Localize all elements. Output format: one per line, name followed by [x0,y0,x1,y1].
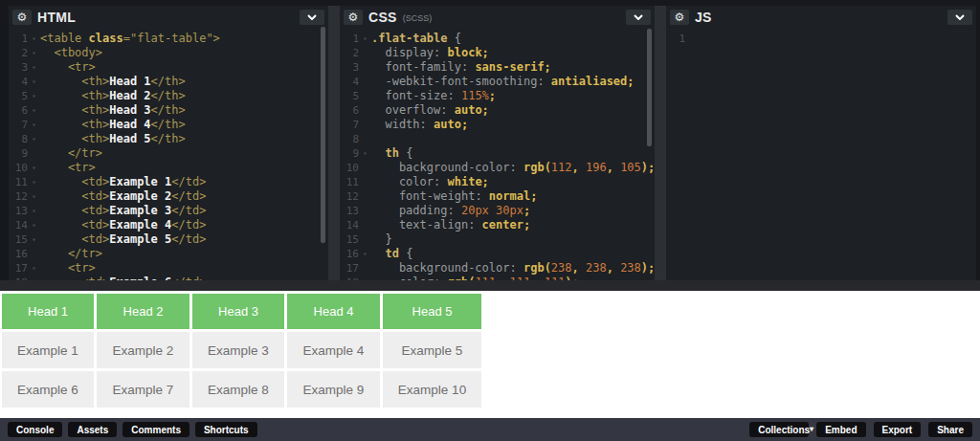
table-cell: Example 1 [2,332,94,368]
html-editor-scrollbar[interactable] [321,27,325,243]
code-text: <th>Head 2</th> [40,89,328,103]
css-panel-settings-button[interactable]: ⚙ [344,10,363,25]
code-fold-icon[interactable] [359,89,371,103]
code-text [698,32,976,46]
code-text: <th>Head 5</th> [40,132,328,146]
line-number: 5 [9,89,28,103]
code-text: <td>Example 3</td> [40,204,328,218]
line-number: 13 [340,204,359,218]
code-fold-icon[interactable] [359,261,371,276]
code-fold-icon[interactable] [359,132,371,146]
code-fold-icon[interactable] [359,103,371,118]
line-number: 1 [340,32,359,46]
code-text: <th>Head 4</th> [40,118,328,132]
panel-resize-gutter[interactable] [655,6,666,280]
code-text: display: block; [371,46,655,60]
code-fold-icon[interactable]: ▾ [28,60,40,75]
code-text: font-family: sans-serif; [371,60,655,75]
line-number: 6 [340,103,359,118]
code-fold-icon[interactable]: ▾ [28,118,40,132]
js-panel-collapse-button[interactable] [947,10,972,25]
line-number: 16 [9,247,28,261]
code-line: 12 font-weight: normal; [340,189,655,204]
html-panel-collapse-button[interactable] [300,10,324,25]
code-line: 4▾ <th>Head 1</th> [9,75,328,89]
line-number: 7 [9,118,28,132]
code-line: 5 font-size: 115%; [340,89,655,103]
code-fold-icon[interactable] [685,32,698,46]
code-line: 14 text-align: center; [340,218,655,232]
code-fold-icon[interactable] [359,118,371,132]
code-fold-icon[interactable] [359,161,371,175]
line-number: 12 [340,189,359,204]
code-line: 8 [340,132,655,146]
code-fold-icon[interactable] [359,218,371,232]
code-fold-icon[interactable]: ▾ [28,32,40,46]
code-fold-icon[interactable]: ▾ [28,132,40,146]
code-fold-icon[interactable]: ▾ [28,46,40,60]
code-fold-icon[interactable] [359,60,371,75]
code-fold-icon[interactable]: ▾ [359,247,371,261]
assets-button[interactable]: Assets [68,422,117,437]
line-number: 10 [9,161,28,175]
code-line: 10 background-color: rgb(112, 196, 105); [340,161,655,175]
code-line: 2 display: block; [340,46,655,60]
html-panel-settings-button[interactable]: ⚙ [12,10,32,25]
panel-resize-gutter[interactable] [328,6,340,280]
line-number: 13 [9,204,28,218]
code-line: 9 </tr> [9,146,328,161]
code-text: background-color: rgb(238, 238, 238); [371,261,655,276]
code-fold-icon[interactable] [359,189,371,204]
code-text: <th>Head 1</th> [40,75,328,89]
share-button[interactable]: Share [928,422,972,437]
code-fold-icon[interactable]: ▾ [28,189,40,204]
line-number: 10 [340,161,359,175]
code-fold-icon[interactable]: ▾ [28,204,40,218]
code-fold-icon[interactable] [28,247,40,261]
code-fold-icon[interactable]: ▾ [359,32,371,46]
code-fold-icon[interactable] [359,232,371,247]
table-cell: Example 3 [192,332,284,368]
code-fold-icon[interactable]: ▾ [28,75,40,89]
code-line: 16 </tr> [9,247,328,261]
code-fold-icon[interactable]: ▾ [28,161,40,175]
code-line: 13 padding: 20px 30px; [340,204,655,218]
collections-dropdown[interactable]: Collections ▾ [749,422,809,437]
embed-button[interactable]: Embed [816,422,865,437]
code-fold-icon[interactable] [28,146,40,161]
html-code-editor[interactable]: 1▾<table class="flat-table">2▾ <tbody>3▾… [9,29,328,280]
line-number: 15 [340,232,359,247]
code-line: 7 width: auto; [340,118,655,132]
table-cell: Example 2 [97,332,189,368]
code-fold-icon[interactable] [359,46,371,60]
css-code-editor[interactable]: 1▾.flat-table {2 display: block;3 font-f… [340,29,655,280]
horizontal-resize-gutter[interactable] [0,280,980,291]
code-fold-icon[interactable] [359,175,371,189]
code-line: 1 [666,32,976,46]
comments-button[interactable]: Comments [122,422,189,437]
table-cell: Example 7 [97,371,189,408]
code-fold-icon[interactable] [359,75,371,89]
code-fold-icon[interactable]: ▾ [28,175,40,189]
console-button[interactable]: Console [8,422,62,437]
css-editor-scrollbar[interactable] [647,29,652,146]
js-panel-settings-button[interactable]: ⚙ [670,10,689,25]
code-text: <td>Example 4</td> [40,218,328,232]
line-number: 8 [340,132,359,146]
table-header-cell: Head 2 [97,294,189,329]
shortcuts-button[interactable]: Shortcuts [195,422,257,437]
code-fold-icon[interactable] [359,204,371,218]
table-cell: Example 4 [287,332,380,368]
code-text: font-size: 115%; [371,89,655,103]
js-code-editor[interactable]: 1 [666,29,976,280]
code-fold-icon[interactable]: ▾ [28,89,40,103]
gear-icon: ⚙ [17,11,28,23]
code-fold-icon[interactable]: ▾ [28,232,40,247]
code-fold-icon[interactable]: ▾ [28,261,40,276]
line-number: 11 [9,175,28,189]
code-fold-icon[interactable]: ▾ [359,146,371,161]
css-panel-collapse-button[interactable] [626,10,651,25]
code-fold-icon[interactable]: ▾ [28,218,40,232]
code-fold-icon[interactable]: ▾ [28,103,40,118]
export-button[interactable]: Export [874,422,922,437]
